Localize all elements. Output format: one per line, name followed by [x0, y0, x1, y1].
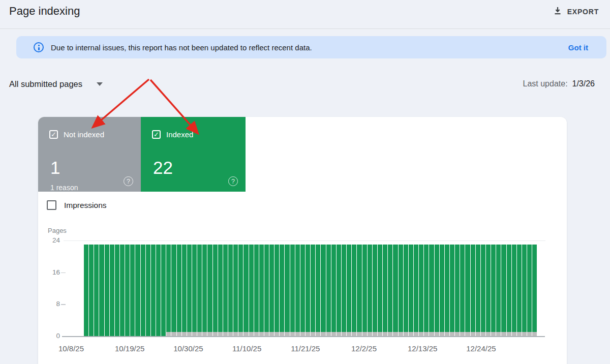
day-bar[interactable]: [486, 245, 491, 336]
day-bar[interactable]: [512, 245, 516, 336]
day-bar[interactable]: [84, 245, 88, 336]
day-bar[interactable]: [414, 245, 418, 336]
day-bar[interactable]: [197, 245, 202, 336]
day-bar[interactable]: [450, 245, 454, 336]
day-bar[interactable]: [141, 245, 145, 336]
page-filter-dropdown[interactable]: All submitted pages: [9, 79, 103, 89]
day-bar[interactable]: [135, 245, 140, 336]
day-bar[interactable]: [156, 245, 161, 336]
day-bar[interactable]: [357, 245, 361, 336]
day-bar[interactable]: [491, 245, 496, 336]
day-bar[interactable]: [455, 245, 460, 336]
day-bar[interactable]: [110, 245, 114, 336]
day-bar[interactable]: [440, 245, 444, 336]
got-it-button[interactable]: Got it: [568, 43, 588, 52]
day-bar[interactable]: [399, 245, 403, 336]
impressions-checkbox[interactable]: [47, 200, 56, 210]
day-bar[interactable]: [187, 245, 192, 336]
day-bar[interactable]: [460, 245, 465, 336]
day-bar[interactable]: [259, 245, 264, 336]
day-bar[interactable]: [476, 245, 480, 336]
day-bar[interactable]: [435, 245, 439, 336]
day-bar[interactable]: [249, 245, 254, 336]
day-bar[interactable]: [352, 245, 356, 336]
day-bar[interactable]: [471, 245, 475, 336]
day-bar[interactable]: [342, 245, 346, 336]
day-bar[interactable]: [254, 245, 259, 336]
day-bar[interactable]: [331, 245, 336, 336]
day-bar[interactable]: [337, 245, 341, 336]
day-bar[interactable]: [161, 245, 166, 336]
x-tick-label: 10/30/25: [173, 344, 203, 353]
day-bar[interactable]: [290, 245, 295, 336]
day-bar[interactable]: [166, 245, 171, 336]
day-bar[interactable]: [274, 245, 279, 336]
day-bar[interactable]: [419, 245, 423, 336]
day-bar[interactable]: [125, 245, 130, 336]
indexed-checkbox[interactable]: ✓: [152, 130, 161, 139]
day-bar[interactable]: [130, 245, 135, 336]
day-bar[interactable]: [522, 245, 527, 336]
day-bar[interactable]: [465, 245, 470, 336]
day-bar[interactable]: [207, 245, 212, 336]
day-bar[interactable]: [424, 245, 429, 336]
indexed-tile[interactable]: ✓ Indexed 22 ?: [141, 117, 246, 192]
day-bar[interactable]: [218, 245, 223, 336]
day-bar[interactable]: [404, 245, 408, 336]
day-bar[interactable]: [280, 245, 284, 336]
day-bar[interactable]: [99, 245, 104, 336]
day-bar[interactable]: [151, 245, 156, 336]
day-bar[interactable]: [362, 245, 367, 336]
day-bar[interactable]: [300, 245, 305, 336]
day-bar[interactable]: [532, 245, 537, 336]
day-bar[interactable]: [373, 245, 377, 336]
day-bar[interactable]: [243, 245, 248, 336]
day-bar[interactable]: [517, 245, 522, 336]
day-bar[interactable]: [306, 245, 310, 336]
day-bar[interactable]: [213, 245, 218, 336]
day-bar[interactable]: [501, 245, 506, 336]
help-icon[interactable]: ?: [124, 176, 133, 186]
day-bar[interactable]: [295, 245, 300, 336]
day-bar[interactable]: [496, 245, 501, 336]
day-bar[interactable]: [223, 245, 228, 336]
help-icon[interactable]: ?: [228, 176, 238, 186]
day-bar[interactable]: [321, 245, 325, 336]
day-bar[interactable]: [233, 245, 238, 336]
day-bar[interactable]: [409, 245, 413, 336]
export-button[interactable]: EXPORT: [553, 6, 599, 17]
day-bar[interactable]: [105, 245, 109, 336]
day-bar[interactable]: [238, 245, 243, 336]
day-bar[interactable]: [171, 245, 176, 336]
day-bar[interactable]: [264, 245, 269, 336]
day-bar[interactable]: [326, 245, 331, 336]
day-bar[interactable]: [445, 245, 449, 336]
day-bar[interactable]: [527, 245, 532, 336]
day-bar[interactable]: [120, 245, 125, 336]
day-bar[interactable]: [393, 245, 398, 336]
day-bar[interactable]: [182, 245, 187, 336]
day-bar[interactable]: [347, 245, 351, 336]
day-bar[interactable]: [89, 245, 94, 336]
day-bar[interactable]: [202, 245, 207, 336]
day-bar[interactable]: [316, 245, 320, 336]
day-bar[interactable]: [115, 245, 119, 336]
day-bar[interactable]: [368, 245, 372, 336]
day-bar[interactable]: [507, 245, 511, 336]
day-bar[interactable]: [285, 245, 289, 336]
day-bar[interactable]: [383, 245, 387, 336]
day-bar[interactable]: [378, 245, 382, 336]
day-bar[interactable]: [192, 245, 197, 336]
day-bar[interactable]: [94, 245, 99, 336]
day-bar[interactable]: [146, 245, 150, 336]
impressions-toggle[interactable]: Impressions: [47, 200, 107, 210]
day-bar[interactable]: [481, 245, 485, 336]
day-bar[interactable]: [311, 245, 315, 336]
day-bar[interactable]: [228, 245, 233, 336]
not-indexed-checkbox[interactable]: ✓: [49, 130, 58, 139]
day-bar[interactable]: [388, 245, 392, 336]
not-indexed-tile[interactable]: ✓ Not indexed 1 1 reason ?: [38, 117, 141, 192]
day-bar[interactable]: [177, 245, 181, 336]
day-bar[interactable]: [269, 245, 274, 336]
day-bar[interactable]: [429, 245, 434, 336]
